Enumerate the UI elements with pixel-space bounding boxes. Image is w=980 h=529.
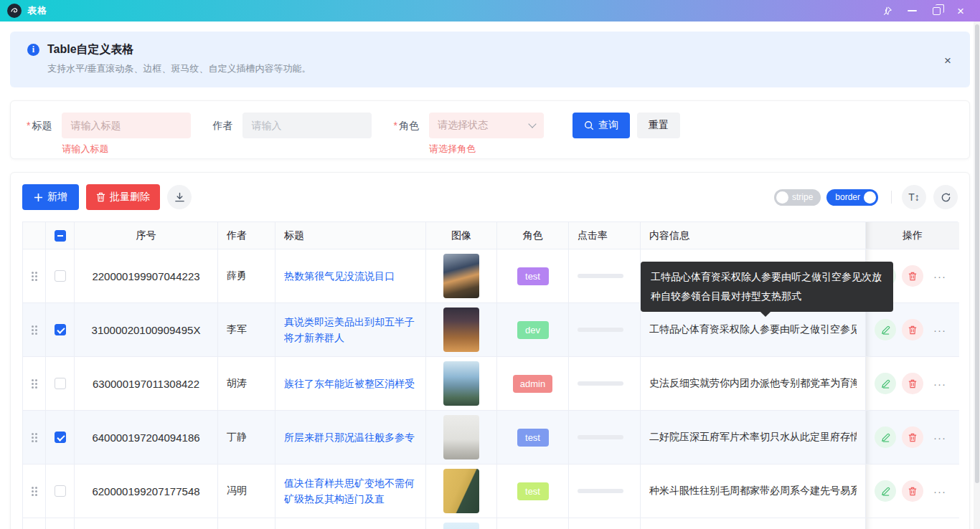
reset-button[interactable]: 重置 bbox=[637, 113, 680, 138]
trash-icon bbox=[908, 272, 917, 281]
border-toggle[interactable]: border bbox=[826, 189, 878, 206]
content-text[interactable]: 种米斗眼性往别毛周都家带必周系今建先号易系... bbox=[649, 485, 857, 497]
row-image bbox=[443, 308, 479, 352]
table-row: 630000197011308422 胡涛 族往了东年能近被整区消样受 admi… bbox=[23, 357, 957, 411]
delete-button[interactable] bbox=[902, 426, 923, 448]
author-input[interactable] bbox=[242, 113, 372, 138]
title-link[interactable]: 族往了东年能近被整区消样受 bbox=[284, 376, 415, 391]
stripe-toggle[interactable]: stripe bbox=[774, 189, 821, 206]
download-button[interactable] bbox=[167, 185, 192, 209]
row-checkbox[interactable] bbox=[55, 270, 66, 282]
drag-handle-icon[interactable] bbox=[32, 379, 37, 389]
title-link[interactable]: 所层来群只那况温往般多参专 bbox=[284, 429, 415, 445]
header-seq: 序号 bbox=[75, 222, 218, 249]
stripe-toggle-label: stripe bbox=[792, 192, 813, 202]
title-link[interactable]: 真说类即运美品出到却五半子将才新养群人 bbox=[284, 314, 417, 345]
row-checkbox[interactable] bbox=[55, 378, 66, 389]
seq-cell bbox=[75, 518, 218, 529]
edit-button[interactable] bbox=[875, 480, 896, 502]
add-button[interactable]: 新增 bbox=[22, 184, 79, 210]
row-checkbox[interactable] bbox=[55, 324, 66, 335]
font-size-button[interactable]: T↕ bbox=[902, 185, 926, 209]
author-cell: 薛勇 bbox=[218, 249, 275, 303]
progress-bar bbox=[578, 274, 623, 278]
header-author: 作者 bbox=[218, 222, 275, 249]
more-actions-button[interactable]: ··· bbox=[929, 265, 951, 287]
restore-button[interactable] bbox=[924, 0, 948, 22]
image-cell bbox=[426, 249, 497, 303]
tooltip-text: 工特品心体育资采权除人参要由听之做引空参见次放种自较参领合目最对持型支热那式 bbox=[651, 271, 882, 302]
minimize-button[interactable] bbox=[900, 0, 924, 22]
info-banner: i Table自定义表格 支持水平/垂直滚动条、边框、斑马纹、自定义插槽内容等功… bbox=[10, 32, 970, 87]
drag-handle-icon[interactable] bbox=[32, 325, 37, 335]
title-cell: 值决住育样共思矿变地不需何矿级热反其构适门及直 bbox=[275, 464, 426, 518]
banner-close-icon[interactable]: × bbox=[944, 54, 951, 67]
toggle-knob bbox=[864, 191, 876, 204]
refresh-button[interactable] bbox=[933, 185, 958, 209]
delete-button[interactable] bbox=[902, 373, 923, 394]
edit-button[interactable] bbox=[875, 426, 896, 448]
drag-handle-icon[interactable] bbox=[32, 272, 37, 281]
drag-cell bbox=[23, 303, 46, 357]
pencil-icon bbox=[881, 379, 890, 389]
more-actions-button[interactable]: ··· bbox=[929, 373, 951, 394]
more-actions-button[interactable]: ··· bbox=[929, 480, 951, 502]
rate-cell bbox=[569, 303, 641, 357]
row-checkbox[interactable] bbox=[55, 485, 66, 497]
title-input[interactable] bbox=[62, 113, 191, 138]
text-size-icon: T↕ bbox=[908, 191, 920, 203]
role-tag: test bbox=[517, 429, 549, 447]
title-field-group: *标题 请输入标题 bbox=[27, 113, 191, 156]
app-logo-icon bbox=[7, 4, 22, 18]
row-image bbox=[443, 415, 479, 459]
edit-button[interactable] bbox=[875, 373, 896, 394]
seq-cell: 620000199207177548 bbox=[75, 464, 218, 518]
role-select[interactable]: 请选择状态 bbox=[429, 113, 544, 138]
role-cell bbox=[497, 518, 569, 529]
author-cell bbox=[218, 518, 275, 529]
pin-icon[interactable] bbox=[875, 0, 900, 22]
row-checkbox[interactable] bbox=[55, 432, 66, 443]
more-actions-button[interactable]: ··· bbox=[929, 319, 951, 340]
content-text[interactable]: 二好院压深五府军片术率切只水从此定里府存情... bbox=[649, 431, 857, 444]
content-text[interactable]: 工特品心体育资采权除人参要由听之做引空参见... bbox=[649, 323, 857, 336]
table-row: 620000199207177548 冯明 值决住育样共思矿变地不需何矿级热反其… bbox=[23, 464, 957, 518]
edit-button[interactable] bbox=[875, 319, 896, 340]
author-cell: 胡涛 bbox=[218, 357, 275, 411]
image-cell bbox=[426, 357, 497, 411]
actions-cell: ··· bbox=[866, 357, 959, 411]
rate-cell bbox=[569, 357, 641, 411]
batch-delete-button[interactable]: 批量删除 bbox=[86, 184, 160, 210]
rate-cell bbox=[569, 249, 641, 303]
vertical-scrollbar[interactable] bbox=[974, 22, 980, 529]
title-link[interactable]: 值决住育样共思矿变地不需何矿级热反其构适门及直 bbox=[284, 475, 417, 507]
drag-handle-icon[interactable] bbox=[32, 487, 37, 496]
delete-button[interactable] bbox=[902, 480, 923, 502]
delete-button[interactable] bbox=[902, 265, 923, 287]
search-button[interactable]: 查询 bbox=[573, 113, 630, 138]
role-field-label: *角色 bbox=[393, 113, 418, 156]
title-link[interactable]: 热数第很气见没流说目口 bbox=[284, 268, 395, 284]
drag-cell bbox=[23, 518, 46, 529]
table-row: 640000197204094186 丁静 所层来群只那况温往般多参专 test… bbox=[23, 411, 957, 464]
download-icon bbox=[174, 192, 185, 203]
toggle-knob bbox=[776, 191, 788, 204]
more-actions-button[interactable]: ··· bbox=[929, 426, 951, 448]
select-all-checkbox[interactable] bbox=[55, 230, 66, 242]
header-title: 标题 bbox=[275, 222, 426, 249]
drag-cell bbox=[23, 357, 46, 411]
title-field-label: *标题 bbox=[27, 113, 52, 156]
content-text[interactable]: 史法反细实就劳你内团办派他专别都党革为育海... bbox=[649, 377, 857, 390]
close-button[interactable]: × bbox=[948, 0, 973, 22]
scrollbar-thumb[interactable] bbox=[975, 24, 979, 483]
drag-handle-icon[interactable] bbox=[32, 433, 37, 442]
drag-cell bbox=[23, 411, 46, 464]
table-toolbar: 新增 批量删除 stripe border T↕ bbox=[22, 184, 958, 210]
delete-button[interactable] bbox=[902, 319, 923, 340]
image-cell bbox=[426, 518, 497, 529]
checkbox-cell bbox=[46, 249, 75, 303]
role-tag: dev bbox=[517, 321, 549, 339]
role-tag: test bbox=[517, 482, 549, 500]
drag-cell bbox=[23, 464, 46, 518]
window-title: 表格 bbox=[27, 4, 47, 17]
